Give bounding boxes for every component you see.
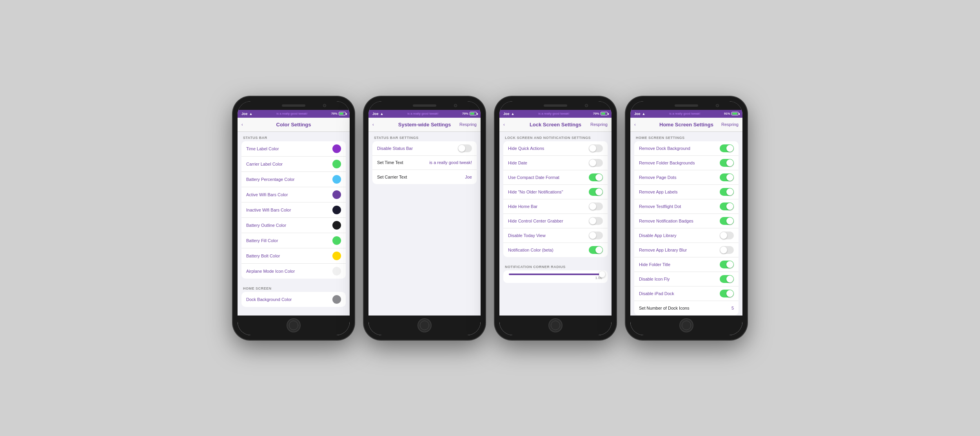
settings-row: Disable App Library [634,228,739,243]
status-center-text: is a really good tweak! [538,112,569,115]
wifi-icon: ▲ [511,112,515,116]
speaker [675,104,698,107]
settings-row: Remove Testflight Dot [634,199,739,214]
row-label: Hide Control Center Grabber [508,219,589,223]
settings-row: Battery Bolt Color [241,248,346,264]
settings-row: Inactive Wifi Bars Color [241,202,346,218]
row-label: Set Time Text [377,160,426,165]
nav-bar: ‹Home Screen SettingsRespring [630,118,742,132]
settings-row: Battery Fill Color [241,233,346,248]
content-area: HOME SCREEN SETTINGSRemove Dock Backgrou… [630,132,742,316]
status-center-text: is a really good tweak! [669,112,700,115]
nav-bar: ‹Color Settings [238,118,350,132]
row-label: Set Number of Dock Icons [639,306,728,310]
back-button[interactable]: ‹ [503,122,505,127]
toggle-switch[interactable] [589,144,603,152]
content-area: STATUS BAR SETTINGSDisable Status BarSet… [368,132,481,316]
row-label: Disable Icon Fly [639,277,720,281]
toggle-switch[interactable] [589,202,603,210]
settings-group: Remove Dock BackgroundRemove Folder Back… [634,141,739,315]
toggle-switch[interactable] [720,217,734,225]
carrier-label: Joe [372,112,379,116]
settings-row: Remove Notification Badges [634,214,739,228]
wifi-icon: ▲ [249,112,253,116]
row-label: Notification Color (beta) [508,248,589,252]
toggle-switch[interactable] [720,290,734,297]
settings-row: Remove Folder Backgrounds [634,156,739,170]
slider-track [509,274,602,275]
toggle-switch[interactable] [458,144,472,152]
home-button[interactable] [679,318,693,332]
respring-button[interactable]: Respring [459,122,477,127]
toggle-switch[interactable] [720,275,734,283]
settings-row: Battery Outline Color [241,218,346,233]
section-header: STATUS BAR SETTINGS [368,132,481,141]
status-bar: Joe▲is a really good tweak!70% [368,110,481,118]
respring-button[interactable]: Respring [590,122,608,127]
toggle-switch[interactable] [720,173,734,181]
speaker [544,104,567,107]
section-header: STATUS BAR [238,132,350,141]
speaker [282,104,305,107]
row-label: Disable iPad Dock [639,291,720,296]
home-button[interactable] [287,318,301,332]
camera [454,104,457,107]
camera [323,104,326,107]
home-button[interactable] [548,318,563,332]
respring-button[interactable]: Respring [721,122,739,127]
row-label: Remove Testflight Dot [639,204,720,209]
row-label: Inactive Wifi Bars Color [246,208,332,212]
row-label: Disable App Library [639,233,720,238]
settings-row[interactable]: Set Time Textis a really good tweak! [372,156,477,170]
toggle-switch[interactable] [589,232,603,239]
input-value: Joe [465,175,472,179]
input-value: 5 [731,306,734,310]
toggle-switch[interactable] [589,246,603,254]
toggle-switch[interactable] [720,188,734,196]
slider-thumb[interactable] [599,271,605,277]
slider-value-label: 1.00 [509,276,602,280]
toggle-switch[interactable] [589,159,603,167]
content-area: LOCK SCREEN AND NOTIFICATION SETTINGSHid… [499,132,612,316]
settings-group: Time Label ColorCarrier Label ColorBatte… [241,141,346,279]
battery-icon [731,112,739,115]
row-label: Remove Dock Background [639,146,720,151]
row-label: Hide Date [508,161,589,165]
row-label: Remove App Labels [639,190,720,194]
back-button[interactable]: ‹ [372,122,374,127]
toggle-switch[interactable] [720,261,734,268]
phone-phone4: Joe▲is a really good tweak!91%‹Home Scre… [626,97,747,340]
speaker [413,104,436,107]
settings-row: Hide Quick Actions [503,141,608,156]
toggle-switch[interactable] [720,202,734,210]
nav-title: Home Screen Settings [659,122,713,128]
settings-row: Use Compact Date Format [503,170,608,185]
toggle-switch[interactable] [720,232,734,239]
carrier-label: Joe [503,112,510,116]
content-area: STATUS BARTime Label ColorCarrier Label … [238,132,350,316]
settings-row: Disable Today View [503,228,608,243]
slider-container[interactable]: 1.00 [503,270,608,283]
carrier-label: Joe [241,112,248,116]
toggle-switch[interactable] [589,173,603,181]
row-label: Hide Quick Actions [508,146,589,151]
settings-group: Hide Quick ActionsHide DateUse Compact D… [503,141,608,257]
wifi-icon: ▲ [380,112,384,116]
toggle-switch[interactable] [589,188,603,196]
row-label: Battery Fill Color [246,238,332,243]
status-bar: Joe▲is a really good tweak!91% [630,110,742,118]
color-dot [332,252,341,260]
row-label: Battery Percentage Color [246,177,332,182]
color-dot [332,175,341,184]
status-center-text: is a really good tweak! [276,112,307,115]
battery-percentage: 91% [724,112,730,115]
home-button[interactable] [417,318,432,332]
toggle-switch[interactable] [720,159,734,167]
settings-row[interactable]: Set Carrier TextJoe [372,170,477,184]
toggle-switch[interactable] [720,246,734,254]
toggle-switch[interactable] [720,144,734,152]
back-button[interactable]: ‹ [634,122,636,127]
back-button[interactable]: ‹ [241,122,243,127]
settings-row: Remove App Library Blur [634,243,739,257]
toggle-switch[interactable] [589,217,603,225]
